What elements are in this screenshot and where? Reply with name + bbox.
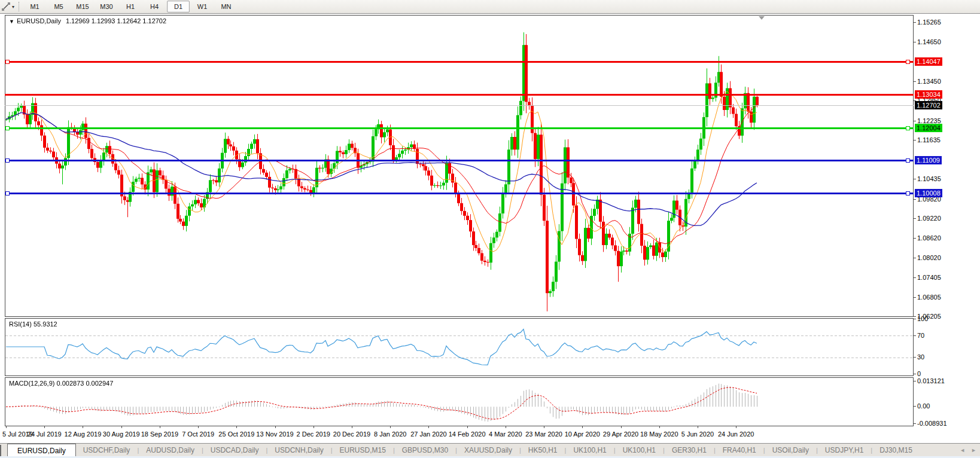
chart-tab-EURUSD-Daily[interactable]: EURUSD,Daily xyxy=(7,444,76,457)
timeframe-button-M1[interactable]: M1 xyxy=(23,1,46,13)
macd-axis-tick xyxy=(914,423,916,424)
date-axis-tick xyxy=(582,426,583,428)
line-handle-left[interactable] xyxy=(5,126,10,130)
date-axis-label: 2 Dec 2019 xyxy=(297,430,330,438)
rsi-axis-tick xyxy=(914,357,916,358)
date-axis-tick xyxy=(198,426,199,428)
price-axis-tick xyxy=(914,81,916,82)
timeframe-button-H4[interactable]: H4 xyxy=(143,1,166,13)
horizontal-line-1.12004[interactable] xyxy=(5,127,914,129)
chart-tab-GER30-H1[interactable]: GER30,H1 xyxy=(665,444,714,457)
line-handle-right[interactable] xyxy=(906,126,910,130)
chart-tab-USDCHF-Daily[interactable]: USDCHF,Daily xyxy=(76,444,138,457)
date-axis-label: 23 Mar 2020 xyxy=(525,430,562,438)
timeframe-button-D1[interactable]: D1 xyxy=(167,1,190,13)
price-axis-tick xyxy=(914,258,916,258)
date-axis-label: 27 Jan 2020 xyxy=(410,430,447,438)
price-axis-label: 1.07405 xyxy=(917,273,941,282)
horizontal-line-1.11009[interactable] xyxy=(5,160,914,161)
chart-tab-bar: EURUSD,DailyUSDCHF,Daily|AUDUSD,Daily|US… xyxy=(0,443,980,457)
date-axis-label: 24 Jul 2019 xyxy=(28,430,62,438)
chart-tab-HK50-H1[interactable]: HK50,H1 xyxy=(521,444,565,457)
date-axis-label: 13 Nov 2019 xyxy=(256,430,293,438)
price-axis-label: 1.11635 xyxy=(917,136,941,144)
chart-tab-UK100-H1[interactable]: UK100,H1 xyxy=(566,444,613,457)
date-axis-tick xyxy=(544,426,544,428)
current-price-label: 1.12702 xyxy=(915,101,942,109)
chart-tab-EURUSD-M15[interactable]: EURUSD,M15 xyxy=(333,444,393,457)
line-handle-right[interactable] xyxy=(906,60,910,64)
tab-scroll-right-icon[interactable]: ► xyxy=(971,447,976,453)
chart-tab-USDCAD-Daily[interactable]: USDCAD,Daily xyxy=(203,444,266,457)
date-axis-label: 29 Apr 2020 xyxy=(603,430,638,438)
chart-tab-FRA40-H1[interactable]: FRA40,H1 xyxy=(716,444,763,457)
horizontal-line-1.10008[interactable] xyxy=(5,193,914,194)
chart-shift-marker-icon xyxy=(759,16,765,20)
toolbar: ▾ M1M5M15M30H1H4D1W1MN xyxy=(0,0,980,14)
date-axis-label: 10 Apr 2020 xyxy=(565,430,600,438)
macd-indicator-panel[interactable]: MACD(12,26,9) 0.002873 0.002947 xyxy=(5,377,914,426)
price-axis-label: 1.10435 xyxy=(917,175,941,183)
chart-tabs: EURUSD,DailyUSDCHF,Daily|AUDUSD,Daily|US… xyxy=(7,444,920,457)
date-axis-tick xyxy=(621,426,622,428)
date-axis-label: 18 Sep 2019 xyxy=(141,430,178,438)
horizontal-line-1.14047[interactable] xyxy=(5,61,914,63)
line-handle-left[interactable] xyxy=(5,60,10,64)
chart-tab-USOil-Daily[interactable]: USOil,Daily xyxy=(765,444,816,457)
price-axis-label: 1.08620 xyxy=(917,234,941,242)
line-handle-left[interactable] xyxy=(5,191,10,196)
date-axis-label: 20 Dec 2019 xyxy=(333,430,370,438)
timeframe-button-W1[interactable]: W1 xyxy=(191,1,214,13)
rsi-axis-label: 70 xyxy=(917,331,924,340)
date-axis-tick xyxy=(698,426,698,428)
tab-scroll-left-icon[interactable]: ◄ xyxy=(960,447,965,453)
price-axis-tick xyxy=(914,316,916,317)
horizontal-line-1.13034[interactable] xyxy=(5,94,914,96)
date-axis-tick xyxy=(736,426,736,428)
timeframe-button-M5[interactable]: M5 xyxy=(47,1,70,13)
line-handle-right[interactable] xyxy=(906,158,910,163)
rsi-canvas xyxy=(5,319,913,375)
price-axis-tick xyxy=(914,179,916,179)
price-axis-tick xyxy=(914,297,916,298)
rsi-axis-label: 100 xyxy=(917,315,928,323)
price-axis-label: 1.08020 xyxy=(917,254,941,262)
chart-tab-GBPUSD-M30[interactable]: GBPUSD,M30 xyxy=(395,444,455,457)
date-axis-label: 12 Aug 2019 xyxy=(65,430,102,438)
price-axis-tick xyxy=(914,22,916,23)
price-axis-tick xyxy=(914,42,916,42)
chart-tab-AUDUSD-Daily[interactable]: AUDUSD,Daily xyxy=(139,444,202,457)
line-handle-left[interactable] xyxy=(5,158,10,163)
rsi-axis-tick xyxy=(914,335,916,336)
trading-terminal: { "toolbar": { "dropdown_caret": "▾", "t… xyxy=(0,0,980,458)
chart-tab-XAUUSD-Daily[interactable]: XAUUSD,Daily xyxy=(457,444,519,457)
dropdown-caret-icon[interactable]: ▾ xyxy=(12,4,14,10)
macd-axis-label: -0.008931 xyxy=(917,419,947,428)
chart-tab-USDCNH-Daily[interactable]: USDCNH,Daily xyxy=(267,444,330,457)
timeframe-button-H1[interactable]: H1 xyxy=(119,1,142,13)
toolbar-separator xyxy=(19,2,19,11)
line-studies-icon[interactable] xyxy=(1,1,11,12)
date-axis-tick xyxy=(83,426,83,428)
timeframe-button-MN[interactable]: MN xyxy=(215,1,238,13)
rsi-axis-label: 30 xyxy=(917,353,924,361)
date-axis-tick xyxy=(6,426,7,428)
macd-axis-label: 0.00 xyxy=(917,402,930,410)
date-axis-tick xyxy=(236,426,237,428)
line-handle-right[interactable] xyxy=(906,191,910,196)
rsi-indicator-panel[interactable]: RSI(14) 55.9312 xyxy=(5,318,914,376)
chart-tab-USDJPY-H1[interactable]: USDJPY,H1 xyxy=(818,444,871,457)
price-line-label: 1.12004 xyxy=(915,124,942,132)
date-axis-tick xyxy=(659,426,660,428)
timeframe-button-M30[interactable]: M30 xyxy=(95,1,118,13)
price-line-label: 1.11009 xyxy=(915,156,942,164)
chart-tab-DJ30-M15[interactable]: DJ30,M15 xyxy=(872,444,920,457)
date-axis-tick xyxy=(160,426,160,428)
chart-tab-UK100-H1[interactable]: UK100,H1 xyxy=(616,444,663,457)
timeframe-button-M15[interactable]: M15 xyxy=(71,1,94,13)
price-axis-tick xyxy=(914,121,916,121)
date-axis-tick xyxy=(314,426,314,428)
price-axis-label: 1.15265 xyxy=(917,18,941,26)
price-chart-panel[interactable]: ▼EURUSD,Daily1.12969 1.12993 1.12642 1.1… xyxy=(5,15,914,317)
date-axis-label: 7 Oct 2019 xyxy=(182,430,214,438)
